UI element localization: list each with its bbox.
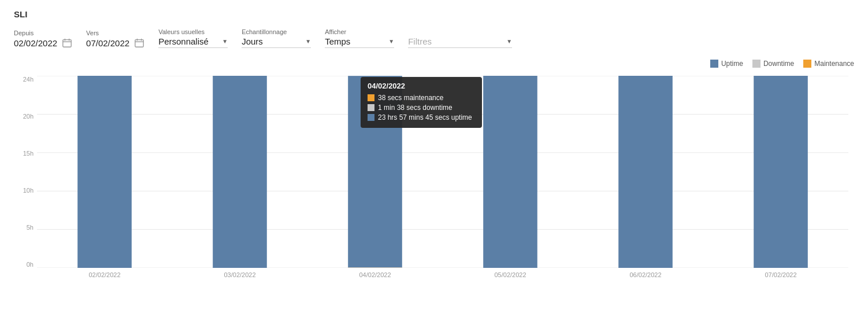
uptime-swatch [710,60,718,68]
vers-label: Vers [86,30,144,36]
valeurs-dropdown[interactable]: Personnalisé ▼ [158,36,228,48]
svg-rect-19 [483,76,537,268]
y-label-15h: 15h [23,150,34,157]
legend-uptime: Uptime [710,60,743,68]
x-label-1: 02/02/2022 [37,271,172,278]
filtres-dropdown[interactable]: Filtres ▼ [408,36,512,48]
afficher-group: Afficher Temps ▼ [325,28,394,48]
chart-legend: Uptime Downtime Maintenance [710,60,854,68]
y-label-5h: 5h [27,224,34,231]
maintenance-label: Maintenance [814,60,854,68]
echantillonnage-value: Jours [242,36,303,46]
svg-rect-15 [213,76,267,268]
depuis-calendar-icon[interactable] [62,38,72,48]
y-label-10h: 10h [23,187,34,194]
legend-downtime: Downtime [752,60,794,68]
vers-value: 07/02/2022 [86,38,129,48]
x-label-5: 06/02/2022 [578,271,713,278]
x-label-4: 05/02/2022 [443,271,578,278]
echantillonnage-arrow-icon: ▼ [305,38,311,45]
afficher-arrow-icon: ▼ [388,38,394,45]
x-label-2: 03/02/2022 [172,271,307,278]
filtres-spacer [408,28,512,35]
valeurs-group: Valeurs usuelles Personnalisé ▼ [158,28,228,48]
echantillonnage-group: Echantillonnage Jours ▼ [242,28,311,48]
filtres-group: Filtres ▼ [408,28,512,48]
vers-calendar-icon[interactable] [134,38,144,48]
y-axis: 24h 20h 15h 10h 5h 0h [14,76,37,268]
echantillonnage-label: Echantillonnage [242,28,311,35]
svg-rect-14 [77,76,132,268]
y-label-0h: 0h [27,261,34,268]
afficher-dropdown[interactable]: Temps ▼ [325,36,394,48]
filtres-value: Filtres [408,36,504,46]
maintenance-swatch [803,60,811,68]
chart-svg [37,76,848,268]
downtime-label: Downtime [763,60,794,68]
uptime-label: Uptime [721,60,743,68]
controls-row: Depuis 02/02/2022 Vers 07/02/2022 [14,28,854,48]
valeurs-value: Personnalisé [158,36,220,46]
chart-area [37,76,848,268]
depuis-label: Depuis [14,30,72,36]
x-label-3: 04/02/2022 [307,271,443,278]
echantillonnage-dropdown[interactable]: Jours ▼ [242,36,311,48]
svg-rect-20 [618,76,673,268]
svg-rect-21 [754,76,808,268]
y-label-24h: 24h [23,76,34,83]
valeurs-arrow-icon: ▼ [222,38,228,45]
x-axis: 02/02/2022 03/02/2022 04/02/2022 05/02/2… [37,268,848,285]
depuis-value: 02/02/2022 [14,38,57,48]
x-label-6: 07/02/2022 [713,271,848,278]
downtime-swatch [752,60,761,68]
svg-rect-0 [63,40,71,47]
afficher-label: Afficher [325,28,394,35]
legend-maintenance: Maintenance [803,60,854,68]
svg-rect-16 [348,76,402,267]
filtres-arrow-icon: ▼ [506,38,512,45]
depuis-group: Depuis 02/02/2022 [14,30,72,48]
chart-wrapper: Uptime Downtime Maintenance 24h 20h 15h … [14,60,854,285]
afficher-value: Temps [325,36,386,46]
y-label-20h: 20h [23,113,34,120]
svg-rect-4 [135,40,143,47]
page-title: SLI [14,9,854,19]
vers-group: Vers 07/02/2022 [86,30,144,48]
valeurs-label: Valeurs usuelles [158,28,228,35]
